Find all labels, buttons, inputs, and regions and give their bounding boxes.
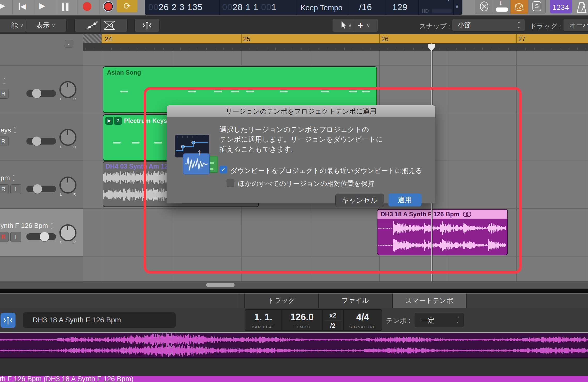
input-monitor-button[interactable]: I xyxy=(10,232,21,242)
volume-slider[interactable] xyxy=(26,186,56,192)
drag-label: ドラッグ : xyxy=(530,22,561,31)
dialog-body: ↑ 選択したリージョンのテンポをプロジェクトの テンポに適用します。リージョンを… xyxy=(167,117,435,203)
align-downbeat-checkbox[interactable]: ✓ xyxy=(220,166,227,173)
flex-button[interactable] xyxy=(103,21,116,30)
footer-region-strip: nth F 126 Bpm (DH3 18 A Synth F 126 Bpm) xyxy=(0,376,588,382)
snap-select[interactable]: 小節 ⌃⌄ xyxy=(452,19,525,31)
pan-knob[interactable] xyxy=(59,129,76,146)
volume-slider[interactable] xyxy=(26,138,56,145)
tempo-label: TEMPO xyxy=(282,325,322,329)
volume-thumb[interactable] xyxy=(40,232,49,241)
track-header-2[interactable]: eys⌃⌄RLR xyxy=(0,113,83,161)
volume-slider[interactable] xyxy=(26,233,56,240)
input-monitor-button[interactable]: I xyxy=(10,184,21,194)
editor-catch-button[interactable] xyxy=(1,313,16,328)
tab-ファイル[interactable]: ファイル xyxy=(318,293,392,308)
bar-tick xyxy=(379,34,380,43)
lcd-multiplier[interactable]: x2 /2 xyxy=(322,309,343,331)
ruler-options-button[interactable]: ⌄ xyxy=(65,40,73,48)
lcd-bar-beat[interactable]: 1. 1. BAR BEAT xyxy=(245,309,282,331)
beat-tick xyxy=(172,48,172,50)
count-in-button[interactable]: 1234 xyxy=(550,0,572,13)
beat-tick xyxy=(137,48,137,50)
chevron-down-icon: ∨ xyxy=(348,22,352,28)
ruler-sub-strip[interactable] xyxy=(83,43,588,51)
capture-record-button[interactable] xyxy=(104,3,112,10)
multiply-button[interactable]: x2 xyxy=(323,312,343,319)
track-header-4[interactable]: ynth F 126 Bpm⌃⌄RILR xyxy=(0,208,83,256)
apply-button[interactable]: 適用 xyxy=(388,194,421,206)
cancel-button[interactable]: キャンセル xyxy=(335,194,384,207)
track-name: pm⌃⌄ xyxy=(1,174,16,182)
region-play-button[interactable]: ▶ xyxy=(105,117,113,125)
beat-tick xyxy=(232,48,233,50)
beat-tick xyxy=(146,48,146,50)
beat-tick xyxy=(103,48,103,50)
record-enable-button[interactable]: R xyxy=(0,89,9,99)
pointer-tool-button[interactable] xyxy=(341,21,346,29)
dialog-text-line: 選択したリージョンのテンポをプロジェクトの xyxy=(220,125,369,134)
crosshair-tool-button[interactable]: ＋ xyxy=(356,20,365,31)
pause-button[interactable] xyxy=(61,0,72,14)
pan-knob[interactable] xyxy=(59,224,76,241)
cycle-button[interactable]: ⟳ xyxy=(117,0,137,12)
updown-chevrons-icon[interactable]: ⌃⌄ xyxy=(3,78,6,84)
autopunch-button[interactable]: ↓ xyxy=(496,0,508,12)
mode-button-group: ↓ S xyxy=(475,0,546,14)
metronome-button[interactable] xyxy=(575,1,588,14)
tuner-button[interactable] xyxy=(510,0,528,14)
pan-pointer xyxy=(67,130,68,135)
tempo-mode-select[interactable]: 一定 ⌃⌄ xyxy=(415,313,464,327)
divide-button[interactable]: /2 xyxy=(323,322,343,329)
fast-forward-button[interactable]: ▶▶ xyxy=(0,0,11,14)
lcd-tempo[interactable]: 126.0 TEMPO xyxy=(282,309,322,331)
lcd-signature[interactable]: 4/4 SIGNATURE xyxy=(343,309,382,331)
updown-chevrons-icon[interactable]: ⌃⌄ xyxy=(12,175,15,181)
drag-value: オーバ xyxy=(569,21,588,30)
beat-tick xyxy=(223,48,224,50)
region-name-field[interactable]: DH3 18 A Synth F 126 Bpm xyxy=(23,312,176,328)
automation-button[interactable] xyxy=(87,21,98,30)
editor-waveform-strip[interactable] xyxy=(0,333,588,358)
volume-thumb[interactable] xyxy=(32,137,41,146)
lcd-key-top: Cmaj xyxy=(431,0,450,2)
volume-thumb[interactable] xyxy=(33,184,42,194)
rewind-button[interactable]: ◀ xyxy=(19,3,26,10)
lcd-chevron-icon[interactable]: ∨ xyxy=(455,3,459,10)
catch-playhead-icon xyxy=(141,21,153,30)
solo-button[interactable]: S xyxy=(532,1,541,11)
horizontal-scrollbar[interactable] xyxy=(206,283,235,287)
beat-tick xyxy=(301,48,301,50)
catch-playhead-button[interactable] xyxy=(134,19,160,32)
volume-thumb[interactable] xyxy=(32,89,41,98)
divider xyxy=(354,19,354,32)
bar-ruler[interactable] xyxy=(83,34,588,43)
no-input-button[interactable] xyxy=(479,1,489,12)
volume-slider[interactable] xyxy=(26,90,56,97)
pan-knob[interactable] xyxy=(59,81,76,98)
track-header-1[interactable]: ⌃⌄RLR xyxy=(0,65,83,113)
record-enable-button[interactable]: R xyxy=(0,137,9,146)
lcd-position-2: 0028 1 1 001 xyxy=(222,2,277,12)
pan-knob[interactable] xyxy=(59,177,76,194)
preserve-positions-checkbox[interactable] xyxy=(227,179,234,187)
tab-トラック[interactable]: トラック xyxy=(244,293,318,308)
beat-tick xyxy=(379,48,379,50)
updown-chevrons-icon[interactable]: ⌃⌄ xyxy=(13,128,16,133)
divider xyxy=(528,0,528,14)
updown-chevrons-icon[interactable]: ⌃⌄ xyxy=(50,223,53,229)
chevron-down-icon: ∨ xyxy=(367,22,370,28)
lcd-display[interactable]: 01 00 00 15.00 24 1 1 1 126.0000 4/4 Cma… xyxy=(145,0,462,15)
record-button[interactable] xyxy=(83,2,91,11)
solo-icon: S xyxy=(532,1,541,11)
bar-number: 25 xyxy=(243,35,250,43)
dialog-title[interactable]: リージョンのテンポをプロジェクトテンポに適用 xyxy=(167,105,435,117)
drag-select[interactable]: オーバ xyxy=(563,19,588,31)
record-enable-button[interactable]: R xyxy=(0,232,9,242)
view-menu-button[interactable]: 表示 ∨ xyxy=(25,19,67,32)
play-button[interactable]: ▶ xyxy=(39,1,45,10)
tab-スマートテンポ[interactable]: スマートテンポ xyxy=(392,293,466,308)
track-header-3[interactable]: pm⌃⌄RILR xyxy=(0,161,83,208)
midi-note xyxy=(113,142,121,144)
record-enable-button[interactable]: R xyxy=(0,184,9,194)
